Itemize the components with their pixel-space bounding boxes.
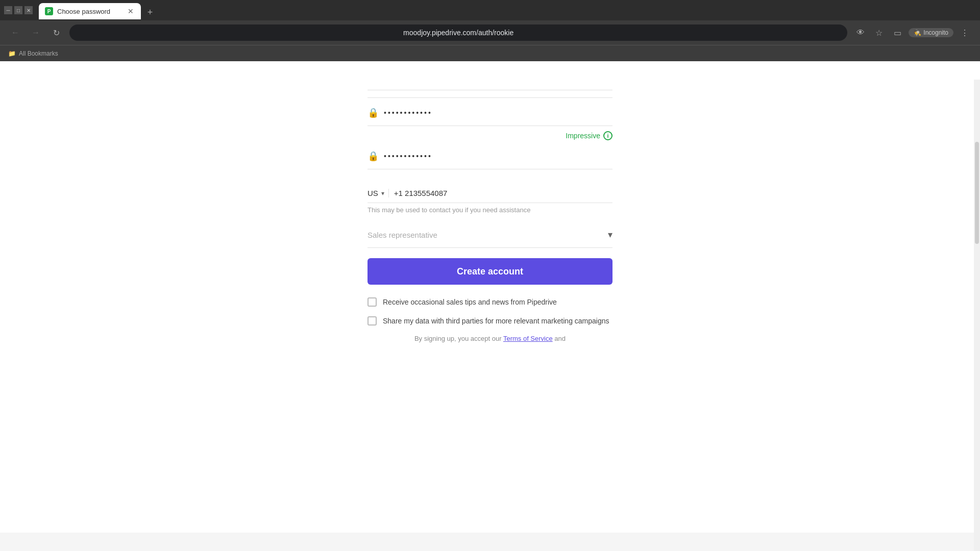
partial-field xyxy=(368,71,612,98)
bookmark-icon[interactable]: ☆ xyxy=(872,26,886,40)
page-content: 🔒 •••••••••••• Impressive i 🔒 ••••••••••… xyxy=(0,61,980,533)
password-field-group: 🔒 •••••••••••• xyxy=(368,100,612,126)
terms-row: By signing up, you accept our Terms of S… xyxy=(368,335,612,342)
country-code-text: US xyxy=(368,189,378,197)
role-chevron-icon: ▾ xyxy=(608,229,612,240)
strength-label: Impressive xyxy=(566,132,600,140)
password-value-2: •••••••••••• xyxy=(384,152,432,160)
checkbox-row-2: Share my data with third parties for mor… xyxy=(368,316,612,327)
phone-hint: This may be used to contact you if you n… xyxy=(368,206,612,214)
tab-title: Choose password xyxy=(57,8,122,15)
minimize-button[interactable]: ─ xyxy=(4,6,12,14)
more-options-button[interactable]: ⋮ xyxy=(958,26,972,40)
password-value-1: •••••••••••• xyxy=(384,109,432,117)
strength-row: Impressive i xyxy=(368,128,612,143)
incognito-badge: 🕵 Incognito xyxy=(909,28,953,37)
close-button[interactable]: ✕ xyxy=(24,6,33,14)
create-account-button[interactable]: Create account xyxy=(368,258,612,285)
confirm-password-field-group: 🔒 •••••••••••• xyxy=(368,143,612,169)
folder-icon: 📁 xyxy=(8,50,16,57)
checkbox-row-1: Receive occasional sales tips and news f… xyxy=(368,297,612,308)
browser-chrome: ─ □ ✕ P Choose password ✕ + ← → ↻ 👁 ☆ ▭ xyxy=(0,0,980,61)
lock-icon-2: 🔒 xyxy=(368,151,379,162)
info-icon[interactable]: i xyxy=(603,131,612,140)
data-sharing-label: Share my data with third parties for mor… xyxy=(383,316,609,327)
form-container: 🔒 •••••••••••• Impressive i 🔒 ••••••••••… xyxy=(368,61,612,533)
window-controls: ─ □ ✕ xyxy=(4,6,33,14)
country-select[interactable]: US ▾ xyxy=(368,189,389,197)
browser-icons: 👁 ☆ ▭ 🕵 Incognito ⋮ xyxy=(853,26,972,40)
scrollbar-track xyxy=(974,80,980,533)
incognito-icon: 🕵 xyxy=(914,29,921,36)
country-chevron-icon: ▾ xyxy=(381,190,384,197)
active-tab[interactable]: P Choose password ✕ xyxy=(39,3,141,19)
eye-slash-icon[interactable]: 👁 xyxy=(853,26,868,40)
tab-favicon: P xyxy=(45,7,53,15)
sales-tips-checkbox[interactable] xyxy=(368,297,377,307)
role-placeholder: Sales representative xyxy=(368,231,608,239)
phone-row: US ▾ +1 xyxy=(368,184,612,203)
bookmarks-label: 📁 All Bookmarks xyxy=(8,50,58,57)
maximize-button[interactable]: □ xyxy=(14,6,22,14)
address-input[interactable] xyxy=(69,24,847,41)
data-sharing-checkbox[interactable] xyxy=(368,316,377,325)
reload-button[interactable]: ↻ xyxy=(49,26,63,40)
incognito-label: Incognito xyxy=(923,29,948,36)
phone-input[interactable] xyxy=(405,189,612,197)
password-input-row-1: 🔒 •••••••••••• xyxy=(368,100,612,126)
terms-prefix: By signing up, you accept our xyxy=(414,335,502,342)
new-tab-button[interactable]: + xyxy=(143,5,157,19)
bookmarks-bar: 📁 All Bookmarks xyxy=(0,45,980,61)
password-input-row-2: 🔒 •••••••••••• xyxy=(368,143,612,169)
phone-prefix: +1 xyxy=(394,189,403,197)
sales-tips-label: Receive occasional sales tips and news f… xyxy=(383,297,557,308)
sidebar-icon[interactable]: ▭ xyxy=(890,26,904,40)
lock-icon-1: 🔒 xyxy=(368,107,379,118)
tab-close-button[interactable]: ✕ xyxy=(127,7,135,15)
back-button[interactable]: ← xyxy=(8,26,22,40)
scrollbar-thumb[interactable] xyxy=(975,142,979,244)
address-bar: ← → ↻ 👁 ☆ ▭ 🕵 Incognito ⋮ xyxy=(0,20,980,45)
forward-button[interactable]: → xyxy=(29,26,43,40)
terms-suffix: and xyxy=(554,335,566,342)
role-dropdown[interactable]: Sales representative ▾ xyxy=(368,222,612,248)
title-bar: ─ □ ✕ P Choose password ✕ + xyxy=(0,0,980,20)
terms-of-service-link[interactable]: Terms of Service xyxy=(503,335,553,342)
top-partial-input-row xyxy=(368,76,612,90)
tab-bar: P Choose password ✕ + xyxy=(39,1,976,19)
